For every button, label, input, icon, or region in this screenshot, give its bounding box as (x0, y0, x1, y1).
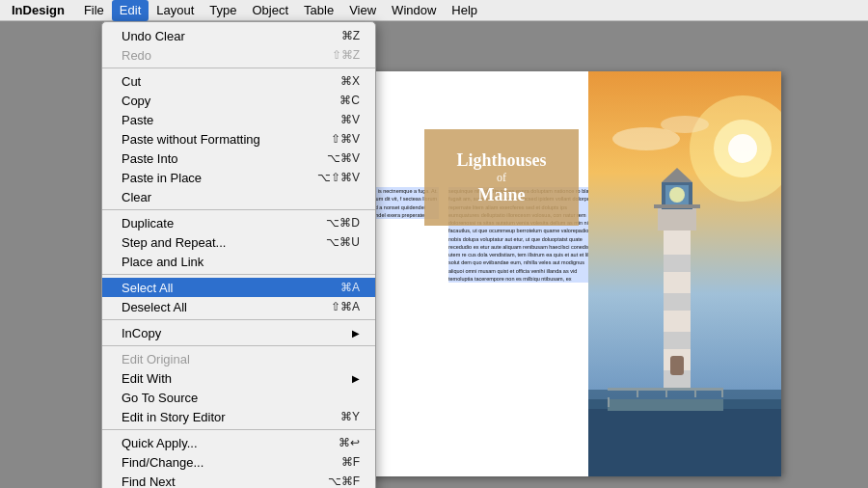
svg-rect-24 (665, 388, 667, 397)
menu-paste-without-formatting[interactable]: Paste without Formatting ⇧⌘V (102, 129, 375, 149)
svg-point-17 (669, 187, 685, 203)
menu-table[interactable]: Table (296, 0, 341, 21)
menu-quick-apply[interactable]: Quick Apply... ⌘↩ (102, 433, 375, 452)
menu-edit-story-editor[interactable]: Edit in Story Editor ⌘Y (102, 407, 375, 426)
svg-rect-12 (664, 332, 691, 349)
svg-rect-26 (721, 388, 723, 397)
document-subtitle: of (497, 171, 506, 185)
menu-view[interactable]: View (341, 0, 384, 21)
svg-rect-22 (608, 397, 610, 407)
menu-step-repeat[interactable]: Step and Repeat... ⌥⌘U (102, 232, 375, 252)
menu-window[interactable]: Window (384, 0, 444, 21)
separator-3 (102, 274, 375, 275)
menu-edit[interactable]: Edit (112, 0, 149, 21)
menu-place-link[interactable]: Place and Link (102, 252, 375, 271)
menu-paste-in-place[interactable]: Paste in Place ⌥⇧⌘V (102, 168, 375, 187)
menu-type[interactable]: Type (202, 0, 244, 21)
svg-point-3 (728, 134, 757, 163)
menu-copy[interactable]: Copy ⌘C (102, 91, 375, 110)
menu-clear[interactable]: Clear (102, 187, 375, 206)
menu-duplicate[interactable]: Duplicate ⌥⌘D (102, 213, 375, 232)
menu-select-all[interactable]: Select All ⌘A (102, 278, 375, 297)
svg-rect-10 (664, 255, 691, 272)
svg-rect-20 (670, 356, 684, 375)
menu-redo[interactable]: Redo ⇧⌘Z (102, 45, 375, 65)
document-title: Lighthouses (456, 150, 546, 171)
svg-rect-11 (664, 293, 691, 311)
app-name: InDesign (0, 3, 76, 17)
menu-find-change[interactable]: Find/Change... ⌘F (102, 452, 375, 472)
menu-incopy[interactable]: InCopy ▶ (102, 323, 375, 342)
menu-undo[interactable]: Undo Clear ⌘Z (102, 26, 375, 45)
menu-go-to-source[interactable]: Go To Source (102, 388, 375, 407)
menu-help[interactable]: Help (444, 0, 485, 21)
svg-rect-19 (654, 204, 700, 208)
menu-paste[interactable]: Paste ⌘V (102, 110, 375, 129)
svg-rect-25 (694, 388, 696, 397)
menu-paste-into[interactable]: Paste Into ⌥⌘V (102, 149, 375, 168)
svg-rect-14 (658, 206, 696, 230)
separator-2 (102, 209, 375, 210)
menu-find-next[interactable]: Find Next ⌥⌘F (102, 472, 375, 488)
svg-rect-23 (637, 388, 638, 397)
separator-6 (102, 429, 375, 430)
menu-layout[interactable]: Layout (149, 0, 202, 21)
separator-1 (102, 68, 375, 68)
title-card: Lighthouses of Maine (424, 129, 579, 226)
menu-file[interactable]: File (76, 0, 112, 21)
separator-4 (102, 319, 375, 320)
menu-object[interactable]: Object (245, 0, 297, 21)
lighthouse-photo (588, 71, 781, 476)
separator-5 (102, 345, 375, 346)
edit-dropdown-menu: Undo Clear ⌘Z Redo ⇧⌘Z Cut ⌘X Copy ⌘C Pa… (101, 21, 376, 488)
svg-point-5 (661, 116, 709, 133)
svg-rect-8 (608, 399, 723, 411)
menu-edit-original[interactable]: Edit Original (102, 349, 375, 368)
menu-cut[interactable]: Cut ⌘X (102, 71, 375, 91)
document-location: Maine (478, 185, 526, 205)
menubar: InDesign File Edit Layout Type Object Ta… (0, 0, 868, 21)
menu-edit-with[interactable]: Edit With ▶ (102, 368, 375, 388)
menu-deselect-all[interactable]: Deselect All ⇧⌘A (102, 297, 375, 316)
